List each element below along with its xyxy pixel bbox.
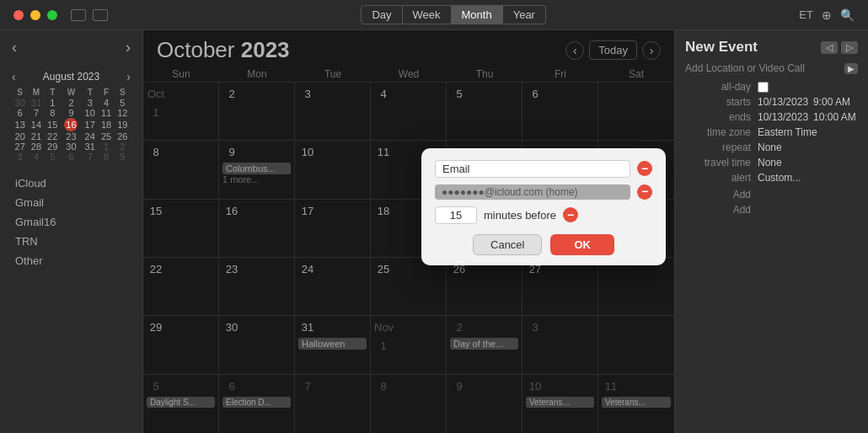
mini-day[interactable]: 5 — [115, 98, 131, 108]
sidebar-item-trn[interactable]: TRN — [12, 233, 131, 249]
maximize-btn[interactable] — [47, 10, 57, 20]
mini-next-btn[interactable]: › — [126, 70, 131, 83]
cancel-button[interactable]: Cancel — [473, 234, 542, 255]
mini-day[interactable]: 14 — [28, 118, 44, 131]
panel-prev-btn[interactable]: ◁ — [821, 41, 838, 54]
all-day-checkbox[interactable] — [758, 82, 769, 93]
popup-type-row: Email − — [435, 160, 652, 178]
mini-day[interactable]: 1 — [98, 142, 114, 152]
mini-day[interactable]: 1 — [45, 98, 61, 108]
remove-minutes-btn[interactable]: − — [563, 207, 578, 222]
year-view-btn[interactable]: Year — [503, 5, 546, 24]
prev-month-btn[interactable]: ‹ — [12, 39, 17, 56]
sidebar-toggle-icon[interactable] — [71, 9, 86, 21]
mini-day[interactable]: 29 — [45, 142, 61, 152]
mini-row: 6 7 8 9 10 11 12 — [12, 108, 131, 118]
remove-email-btn[interactable]: − — [637, 184, 652, 200]
mini-day[interactable]: 3 — [12, 152, 28, 162]
ends-time[interactable]: 10:00 AM — [813, 111, 856, 123]
popup-minutes-input[interactable]: 15 — [435, 206, 477, 224]
mini-day[interactable]: 4 — [98, 98, 114, 108]
mini-day[interactable]: 7 — [28, 108, 44, 118]
mini-prev-btn[interactable]: ‹ — [12, 70, 16, 83]
starts-date[interactable]: 10/13/2023 — [758, 96, 808, 108]
mini-day[interactable]: 24 — [82, 131, 98, 142]
mini-day[interactable]: 22 — [45, 131, 61, 142]
mini-header-s: S — [12, 87, 28, 98]
travel-value[interactable]: None — [758, 157, 782, 168]
right-panel: New Event ◁ ▷ Add Location or Video Call… — [674, 30, 868, 433]
mini-day[interactable]: 6 — [12, 108, 28, 118]
mini-day[interactable]: 12 — [115, 108, 131, 118]
month-view-btn[interactable]: Month — [452, 5, 503, 24]
mini-day[interactable]: 23 — [61, 131, 82, 142]
mini-day[interactable]: 8 — [98, 152, 114, 162]
ends-date[interactable]: 10/13/2023 — [758, 111, 808, 123]
mini-day[interactable]: 25 — [98, 131, 114, 142]
mini-day[interactable]: 30 — [12, 98, 28, 108]
sidebar-item-gmail16[interactable]: Gmail16 — [12, 214, 131, 230]
mini-day[interactable]: 30 — [61, 142, 82, 152]
starts-time[interactable]: 9:00 AM — [813, 96, 850, 108]
mini-day[interactable]: 13 — [12, 118, 28, 131]
mini-day[interactable]: 28 — [28, 142, 44, 152]
mini-day[interactable]: 26 — [115, 131, 131, 142]
mini-day[interactable]: 18 — [98, 118, 114, 131]
view-switcher: Day Week Month Year — [361, 5, 546, 24]
mini-day[interactable]: 15 — [45, 118, 61, 131]
mini-day[interactable]: 2 — [115, 142, 131, 152]
minimize-btn[interactable] — [30, 10, 40, 20]
video-call-btn[interactable]: ▶ — [844, 63, 858, 74]
ends-label: ends — [685, 111, 751, 123]
alert-value[interactable]: Custom... — [758, 172, 801, 184]
mini-day[interactable]: 5 — [45, 152, 61, 162]
sidebar-item-gmail[interactable]: Gmail — [12, 195, 131, 211]
week-view-btn[interactable]: Week — [403, 5, 452, 24]
mini-day[interactable]: 27 — [12, 142, 28, 152]
mini-day[interactable]: 19 — [115, 118, 131, 131]
search-icon[interactable]: 🔍 — [840, 8, 855, 22]
all-day-row: all-day — [685, 81, 858, 93]
remove-alert-btn[interactable]: − — [637, 161, 652, 176]
mini-day[interactable]: 17 — [82, 118, 98, 131]
next-month-btn[interactable]: › — [126, 39, 131, 56]
mini-day[interactable]: 10 — [82, 108, 98, 118]
timezone-toggle-icon[interactable]: ⊕ — [822, 8, 832, 22]
repeat-value[interactable]: None — [758, 142, 782, 153]
day-view-btn[interactable]: Day — [361, 5, 402, 24]
mini-day[interactable]: 8 — [45, 108, 61, 118]
sidebar-item-icloud[interactable]: iCloud — [12, 175, 131, 191]
layout-icon[interactable] — [93, 9, 108, 21]
all-day-label: all-day — [685, 81, 751, 93]
mini-day[interactable]: 9 — [115, 152, 131, 162]
popup-type-select[interactable]: Email — [435, 160, 630, 178]
mini-day[interactable]: 9 — [61, 108, 82, 118]
mini-header-w: W — [61, 87, 82, 98]
mini-day[interactable]: 20 — [12, 131, 28, 142]
sidebar-item-other[interactable]: Other — [12, 253, 131, 269]
popup-email-row: ●●●●●●●@icloud.com (home) − — [435, 184, 652, 200]
close-btn[interactable] — [13, 10, 24, 20]
add-row-2: Add — [685, 204, 858, 216]
mini-row: 13 14 15 16 17 18 19 — [12, 118, 131, 131]
mini-row: 20 21 22 23 24 25 26 — [12, 131, 131, 142]
starts-row: starts 10/13/2023 9:00 AM — [685, 96, 858, 108]
mini-day[interactable]: 11 — [98, 108, 114, 118]
video-call-row: Add Location or Video Call ▶ — [685, 62, 858, 74]
mini-day[interactable]: 21 — [28, 131, 44, 142]
mini-day[interactable]: 31 — [82, 142, 98, 152]
mini-day[interactable]: 3 — [82, 98, 98, 108]
mini-day[interactable]: 2 — [61, 98, 82, 108]
mini-day[interactable]: 7 — [82, 152, 98, 162]
add-location-text[interactable]: Add Location or Video Call — [685, 62, 805, 74]
mini-day[interactable]: 4 — [28, 152, 44, 162]
mini-row: 3 4 5 6 7 8 9 — [12, 152, 131, 162]
popup-email-field[interactable]: ●●●●●●●@icloud.com (home) — [435, 184, 630, 200]
mini-day[interactable]: 6 — [61, 152, 82, 162]
timezone-value[interactable]: Eastern Time — [758, 126, 817, 138]
mini-day[interactable]: 16 — [61, 118, 82, 131]
panel-next-btn[interactable]: ▷ — [841, 41, 858, 54]
ok-button[interactable]: OK — [550, 234, 614, 255]
panel-title: New Event — [685, 39, 758, 56]
mini-day[interactable]: 31 — [28, 98, 44, 108]
